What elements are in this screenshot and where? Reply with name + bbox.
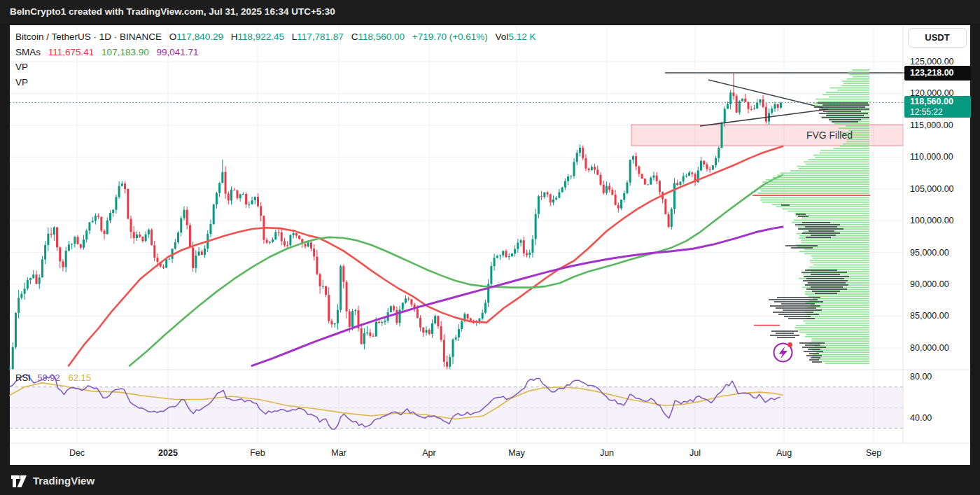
open-value: 117,840.29 [176, 32, 223, 42]
last-price-value: 118,560.00 [910, 96, 971, 107]
high-letter: H [231, 32, 238, 42]
vp-label-2: VP [15, 77, 28, 88]
time-tick-year: 2025 [153, 448, 183, 458]
sma-legend-row[interactable]: SMAs 111,675.41 107,183.90 99,041.71 [15, 47, 199, 57]
high-price-badge: 123,218.00 [904, 66, 971, 81]
sma-fast-value: 111,675.41 [48, 47, 94, 57]
symbol-title: Bitcoin / TetherUS · 1D · BINANCE [15, 32, 162, 42]
rsi-legend-row[interactable]: RSI 59.92 62.15 [15, 372, 91, 383]
vp-label-1: VP [15, 62, 28, 72]
tradingview-brand-link[interactable]: TradingView [33, 475, 94, 487]
low-value: 117,781.87 [297, 32, 344, 42]
smas-label: SMAs [15, 47, 41, 57]
bar-countdown: 12:55:22 [910, 107, 971, 117]
volume-value: 5.12 K [508, 32, 536, 42]
time-tick: Jul [680, 448, 710, 458]
price-tick: 115,000.00 [910, 120, 953, 131]
close-letter: C [351, 32, 358, 42]
time-tick: Mar [323, 448, 354, 458]
rsi-label: RSI [15, 372, 31, 383]
rsi-ma-value: 62.15 [68, 372, 91, 383]
price-tick: 90,000.00 [910, 279, 949, 290]
time-tick: Dec [62, 448, 92, 458]
vp-legend-row-1[interactable]: VP [15, 62, 28, 72]
rsi-value: 59.92 [37, 372, 60, 383]
high-value: 118,922.45 [237, 32, 284, 42]
price-tick: 100,000.00 [910, 215, 954, 226]
change-value: +719.70 (+0.61%) [412, 32, 488, 42]
open-letter: O [169, 32, 177, 42]
time-tick: May [501, 448, 532, 458]
currency-toggle-button[interactable]: USDT [908, 28, 967, 48]
price-tick: 80,000.00 [910, 342, 949, 354]
time-tick: Aug [769, 448, 799, 458]
sma-slow-value: 99,041.71 [156, 47, 198, 57]
symbol-legend-row[interactable]: Bitcoin / TetherUS · 1D · BINANCE O117,8… [15, 32, 536, 42]
tradingview-screenshot: BeInCrypto1 created with TradingView.com… [0, 0, 980, 495]
last-price-badge: 118,560.00 12:55:22 [904, 96, 971, 118]
footer-bar: TradingView [0, 466, 980, 495]
tradingview-logo-icon[interactable] [10, 473, 27, 489]
price-tick: 110,000.00 [910, 151, 953, 162]
time-tick: Sep [858, 448, 889, 458]
close-value: 118,560.00 [358, 32, 405, 42]
candles-layer [9, 73, 782, 370]
time-tick: Feb [242, 448, 273, 458]
rsi-tick: 40.00 [910, 412, 932, 424]
price-tick: 105,000.00 [910, 183, 954, 195]
time-tick: Apr [414, 448, 444, 458]
price-tick: 85,000.00 [910, 310, 949, 321]
vp-legend-row-2[interactable]: VP [15, 77, 28, 88]
time-tick: Jun [592, 448, 622, 458]
sma-mid-value: 107,183.90 [102, 47, 149, 57]
fvg-annotation-label[interactable]: FVG Filled [735, 130, 853, 141]
volume-label: Vol [496, 32, 509, 42]
rsi-tick: 80.00 [910, 371, 932, 382]
main-chart-canvas[interactable] [0, 0, 980, 495]
price-tick: 95,000.00 [910, 247, 949, 258]
